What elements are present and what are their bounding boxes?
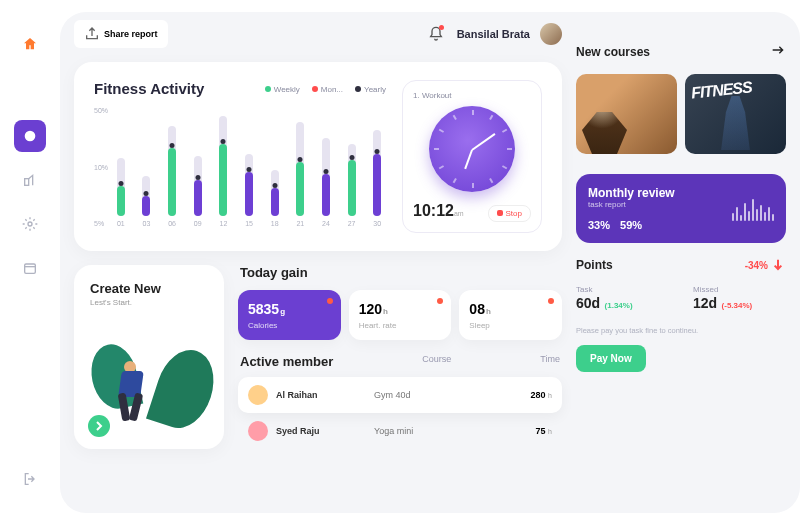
workout-panel: 1. Workout 10:12am Stop	[402, 80, 542, 233]
chart-legend: Weekly Mon... Yearly	[265, 85, 386, 94]
topbar: Share report Bansilal Brata	[74, 20, 562, 48]
dashboard-icon[interactable]	[14, 120, 46, 152]
home-icon[interactable]	[14, 28, 46, 60]
review-sparkline	[732, 197, 774, 221]
review-card: Monthly review task report 33%59% Points…	[576, 174, 786, 372]
logout-icon[interactable]	[14, 463, 46, 495]
monthly-review-card[interactable]: Monthly review task report 33%59%	[576, 174, 786, 243]
active-member-title: Active member	[240, 354, 333, 369]
create-title: Create New	[90, 281, 208, 296]
member-row[interactable]: Al Raihan Gym 40d 280 h	[238, 377, 562, 413]
username: Bansilal Brata	[457, 28, 530, 40]
today-title: Today gain	[240, 265, 560, 280]
stat-calories[interactable]: 5835g Calories	[238, 290, 341, 340]
workout-time: 10:12	[413, 202, 454, 219]
points-missed: Missed 12d (-5.34%)	[693, 285, 786, 312]
settings-icon[interactable]	[14, 208, 46, 240]
share-report-button[interactable]: Share report	[74, 20, 168, 48]
course-card-running[interactable]	[576, 74, 677, 154]
fitness-chart: 50%10%5% 0103060912151821242730	[94, 107, 386, 227]
svg-rect-3	[25, 264, 36, 273]
course-card-fitness[interactable]: FITNESS	[685, 74, 786, 154]
fine-message: Please pay you task fine to contineu.	[576, 326, 786, 335]
fitness-activity-card: Fitness Activity Weekly Mon... Yearly 50…	[74, 62, 562, 251]
activity-icon[interactable]	[14, 164, 46, 196]
today-gain-panel: Today gain 5835g Calories 120h Heart. ra…	[238, 265, 562, 449]
member-row[interactable]: Syed Raju Yoga mini 75 h	[238, 413, 562, 449]
stat-heart-rate[interactable]: 120h Heart. rate	[349, 290, 452, 340]
svg-rect-1	[25, 179, 29, 186]
svg-point-2	[28, 222, 32, 226]
create-new-card[interactable]: Create New Lest's Start.	[74, 265, 224, 449]
pay-now-button[interactable]: Pay Now	[576, 345, 646, 372]
right-panel: New courses FITNESS Monthly review task …	[576, 20, 786, 499]
points-title: Points	[576, 258, 613, 272]
sidebar	[0, 0, 60, 525]
stop-button[interactable]: Stop	[488, 205, 531, 222]
member-avatar	[248, 385, 268, 405]
points-change: -34%	[745, 257, 786, 273]
points-task: Task 60d (1.34%)	[576, 285, 669, 312]
share-label: Share report	[104, 29, 158, 39]
user-avatar[interactable]	[540, 23, 562, 45]
create-sub: Lest's Start.	[90, 298, 208, 307]
notification-bell-icon[interactable]	[425, 23, 447, 45]
courses-arrow-icon[interactable]	[770, 42, 786, 62]
workout-title: 1. Workout	[413, 91, 452, 100]
new-courses-title: New courses	[576, 45, 650, 59]
member-avatar	[248, 421, 268, 441]
create-go-button[interactable]	[88, 415, 110, 437]
stat-sleep[interactable]: 08h Sleep	[459, 290, 562, 340]
calendar-icon[interactable]	[14, 252, 46, 284]
workout-clock	[429, 106, 515, 192]
